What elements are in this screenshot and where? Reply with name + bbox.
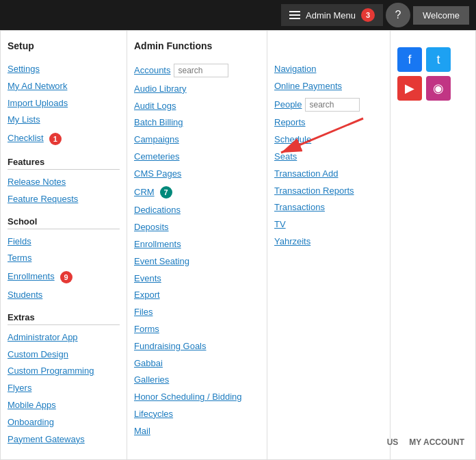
galleries-link[interactable]: Galleries bbox=[134, 372, 260, 389]
admin-header: Admin Functions bbox=[134, 40, 260, 54]
gabbai-link[interactable]: Gabbai bbox=[134, 355, 260, 372]
transactions-link[interactable]: Transactions bbox=[274, 199, 383, 216]
students-link[interactable]: Students bbox=[8, 287, 120, 304]
crm-badge: 7 bbox=[160, 186, 172, 199]
help-button[interactable]: ? bbox=[386, 3, 410, 27]
accounts-row: Accounts bbox=[134, 61, 260, 81]
accounts-link[interactable]: Accounts bbox=[134, 62, 170, 79]
event-seating-link[interactable]: Event Seating bbox=[134, 253, 260, 270]
honor-scheduling-link[interactable]: Honor Scheduling / Bidding bbox=[134, 389, 260, 406]
my-lists-link[interactable]: My Lists bbox=[8, 112, 120, 129]
onboarding-link[interactable]: Onboarding bbox=[8, 414, 120, 431]
cms-pages-link[interactable]: CMS Pages bbox=[134, 166, 260, 183]
accounts-search-input[interactable] bbox=[174, 64, 228, 77]
tv-link[interactable]: TV bbox=[274, 216, 383, 233]
online-payments-link[interactable]: Online Payments bbox=[274, 78, 383, 95]
welcome-button[interactable]: Welcome bbox=[413, 6, 469, 25]
people-search-input[interactable] bbox=[305, 98, 360, 112]
custom-design-link[interactable]: Custom Design bbox=[8, 346, 120, 363]
administrator-app-link[interactable]: Administrator App bbox=[8, 329, 120, 346]
social-icons-container: f t ▶ ◉ bbox=[395, 40, 471, 107]
checklist-badge: 1 bbox=[49, 133, 62, 145]
checklist-link[interactable]: Checklist bbox=[8, 130, 44, 147]
deposits-link[interactable]: Deposits bbox=[134, 219, 260, 236]
schedule-link[interactable]: Schedule bbox=[274, 131, 383, 149]
import-uploads-link[interactable]: Import Uploads bbox=[8, 95, 120, 112]
mail-link[interactable]: Mail bbox=[134, 423, 260, 440]
release-notes-link[interactable]: Release Notes bbox=[8, 174, 120, 191]
right-column: Navigation Online Payments People Report… bbox=[267, 31, 391, 459]
batch-billing-link[interactable]: Batch Billing bbox=[134, 114, 260, 131]
yahrzeits-link[interactable]: Yahrzeits bbox=[274, 233, 383, 251]
audio-library-link[interactable]: Audio Library bbox=[134, 81, 260, 98]
dedications-link[interactable]: Dedications bbox=[134, 202, 260, 219]
instagram-icon[interactable]: ◉ bbox=[426, 76, 451, 101]
welcome-label: Welcome bbox=[423, 10, 460, 21]
feature-requests-link[interactable]: Feature Requests bbox=[8, 191, 120, 208]
payment-gateways-link[interactable]: Payment Gateways bbox=[8, 431, 120, 448]
enrollments-row: Enrollments 9 bbox=[8, 267, 120, 287]
enrollments-link[interactable]: Enrollments bbox=[8, 268, 55, 285]
facebook-icon[interactable]: f bbox=[397, 47, 422, 72]
lifecycles-link[interactable]: Lifecycles bbox=[134, 406, 260, 423]
menu-panel: Setup Settings My Ad Network Import Uplo… bbox=[0, 30, 476, 460]
top-bar: Admin Menu 3 ? Welcome bbox=[0, 0, 476, 30]
hamburger-icon bbox=[289, 11, 300, 19]
cemeteries-link[interactable]: Cemeteries bbox=[134, 149, 260, 166]
fields-link[interactable]: Fields bbox=[8, 233, 120, 251]
seats-link[interactable]: Seats bbox=[274, 149, 383, 166]
setup-column: Setup Settings My Ad Network Import Uplo… bbox=[1, 31, 127, 459]
flyers-link[interactable]: Flyers bbox=[8, 380, 120, 397]
transaction-add-link[interactable]: Transaction Add bbox=[274, 166, 383, 183]
extras-header: Extras bbox=[8, 312, 120, 325]
setup-header: Setup bbox=[8, 40, 120, 54]
custom-programming-link[interactable]: Custom Programming bbox=[8, 363, 120, 380]
contact-us-label[interactable]: US bbox=[387, 437, 399, 447]
twitter-icon[interactable]: t bbox=[426, 47, 451, 72]
campaigns-link[interactable]: Campaigns bbox=[134, 131, 260, 149]
navigation-link[interactable]: Navigation bbox=[274, 61, 383, 78]
mobile-apps-link[interactable]: Mobile Apps bbox=[8, 397, 120, 414]
events-link[interactable]: Events bbox=[134, 270, 260, 288]
help-icon: ? bbox=[395, 9, 401, 21]
transaction-reports-link[interactable]: Transaction Reports bbox=[274, 183, 383, 200]
crm-link[interactable]: CRM bbox=[134, 184, 155, 201]
files-link[interactable]: Files bbox=[134, 304, 260, 321]
social-column: f t ▶ ◉ US MY ACCOUNT bbox=[391, 31, 475, 459]
my-ad-network-link[interactable]: My Ad Network bbox=[8, 78, 120, 95]
terms-link[interactable]: Terms bbox=[8, 250, 120, 267]
my-account-label[interactable]: MY ACCOUNT bbox=[409, 437, 464, 447]
settings-link[interactable]: Settings bbox=[8, 61, 120, 78]
enrollments-badge: 9 bbox=[60, 271, 72, 283]
checklist-row: Checklist 1 bbox=[8, 129, 120, 149]
admin-column: Admin Functions Accounts Audio Library A… bbox=[127, 31, 267, 459]
audit-logs-link[interactable]: Audit Logs bbox=[134, 98, 260, 115]
crm-row: CRM 7 bbox=[134, 183, 260, 203]
people-link[interactable]: People bbox=[274, 97, 302, 114]
youtube-icon[interactable]: ▶ bbox=[397, 76, 422, 101]
school-header: School bbox=[8, 216, 120, 229]
enrollments-admin-link[interactable]: Enrollments bbox=[134, 236, 260, 253]
people-row: People bbox=[274, 95, 383, 115]
features-header: Features bbox=[8, 157, 120, 170]
admin-menu-button[interactable]: Admin Menu 3 bbox=[281, 4, 383, 26]
admin-menu-label: Admin Menu bbox=[306, 10, 356, 21]
fundraising-goals-link[interactable]: Fundraising Goals bbox=[134, 338, 260, 355]
admin-menu-badge: 3 bbox=[361, 8, 375, 22]
reports-link[interactable]: Reports bbox=[274, 114, 383, 131]
forms-link[interactable]: Forms bbox=[134, 321, 260, 338]
export-link[interactable]: Export bbox=[134, 287, 260, 304]
